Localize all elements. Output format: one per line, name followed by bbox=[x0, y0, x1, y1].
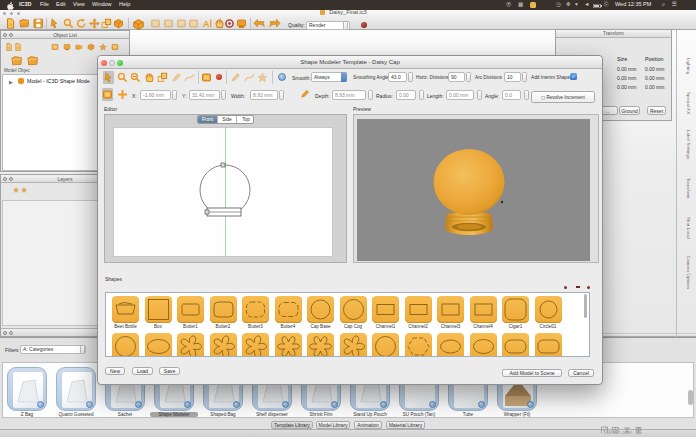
svg-text:A: A bbox=[203, 19, 210, 29]
